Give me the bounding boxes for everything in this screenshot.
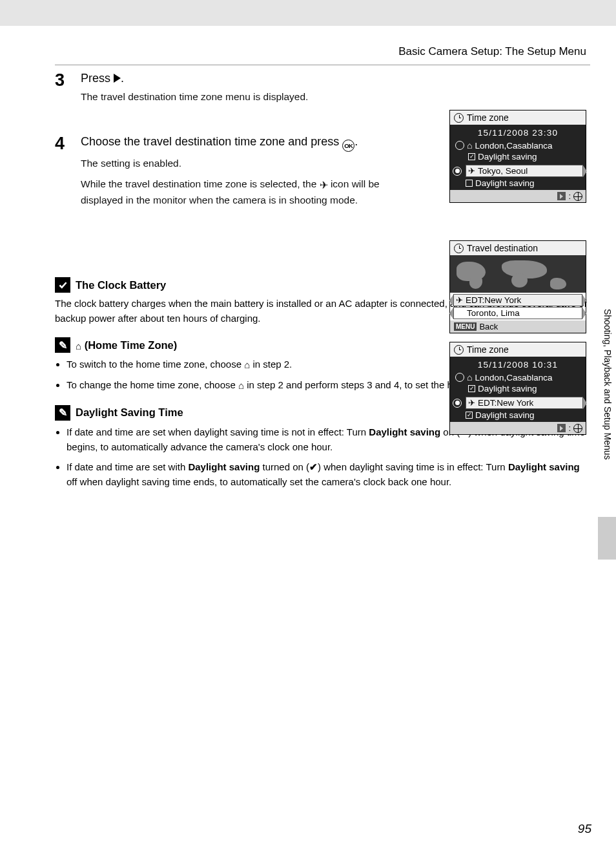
world-map <box>450 255 586 293</box>
page-number: 95 <box>578 822 591 836</box>
step-text: The travel destination time zone menu is… <box>81 89 391 104</box>
clock-icon <box>454 244 464 253</box>
lcd-timezone-2: Time zone 15/11/2008 10:31 ⌂London,Casab… <box>449 342 586 435</box>
play-icon <box>557 424 566 432</box>
home-icon: ⌂ <box>244 359 250 370</box>
radio-filled-icon <box>453 167 462 176</box>
ok-button-icon: OK <box>342 140 354 152</box>
step-title: Choose the travel destination time zone … <box>81 135 391 152</box>
lcd-footer: : <box>450 190 586 202</box>
page-header: Basic Camera Setup: The Setup Menu <box>55 45 590 58</box>
lcd-timezone-1: Time zone 15/11/2008 23:30 ⌂London,Casab… <box>449 110 586 203</box>
home-icon: ⌂ <box>467 140 472 151</box>
lcd-travel-dest: Travel destination ✈EDT:New York Toronto… <box>449 240 586 333</box>
clock-icon <box>454 345 464 355</box>
clock-icon <box>454 113 464 123</box>
checkbox-icon: ✓ <box>468 385 475 392</box>
step-title: Press . <box>81 72 391 85</box>
step-text: The setting is enabled. <box>81 156 391 171</box>
plane-icon: ✈ <box>468 166 475 176</box>
row: Toronto, Lima <box>453 307 582 319</box>
checkbox-icon <box>466 180 473 187</box>
highlighted-row: ✈EDT:New York <box>453 294 582 306</box>
step-text: While the travel destination time zone i… <box>81 176 391 208</box>
list-item: If date and time are set with Daylight s… <box>67 459 590 490</box>
highlighted-row: ✈Tokyo, Seoul <box>466 165 583 177</box>
checkbox-icon: ✓ <box>468 153 475 160</box>
check-square-icon <box>55 277 70 293</box>
step-3: 3 Press . The travel destination time zo… <box>55 72 590 109</box>
menu-badge-icon: MENU <box>454 322 477 331</box>
side-tab-shade <box>598 517 616 560</box>
lcd-footer: : <box>450 422 586 434</box>
globe-icon <box>573 424 582 433</box>
home-icon: ⌂ <box>238 380 244 391</box>
plane-icon: ✈ <box>320 178 328 193</box>
pencil-square-icon: ✎ <box>55 337 70 353</box>
home-icon: ⌂ <box>467 372 472 383</box>
lcd-footer: MENUBack <box>450 320 586 333</box>
play-icon <box>557 192 566 200</box>
side-tab: Shooting, Playback and Setup Menus <box>599 297 616 469</box>
radio-icon <box>455 373 464 382</box>
radio-icon <box>455 141 464 150</box>
step-number: 4 <box>55 135 81 213</box>
plane-icon: ✈ <box>456 295 463 305</box>
divider <box>55 65 590 65</box>
note-title: ⌂ (Home Time Zone) <box>76 339 177 351</box>
right-arrow-icon <box>114 74 121 83</box>
checkbox-icon: ✓ <box>466 412 473 419</box>
step-number: 3 <box>55 72 81 109</box>
highlighted-row: ✈EDT:New York <box>466 397 583 409</box>
home-icon: ⌂ <box>76 341 81 351</box>
radio-filled-icon <box>453 399 462 408</box>
plane-icon: ✈ <box>468 398 475 408</box>
check-icon: ✔ <box>309 459 318 474</box>
document-page: Basic Camera Setup: The Setup Menu 3 Pre… <box>0 26 616 849</box>
globe-icon <box>573 192 582 201</box>
pencil-square-icon: ✎ <box>55 405 70 421</box>
